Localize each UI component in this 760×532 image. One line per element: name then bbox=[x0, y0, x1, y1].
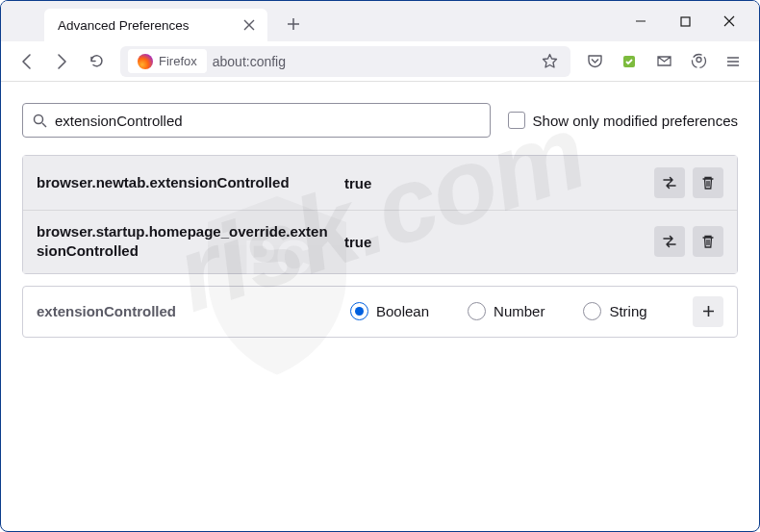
radio-number[interactable]: Number bbox=[468, 302, 545, 320]
tab-title: Advanced Preferences bbox=[58, 18, 241, 33]
pref-value: true bbox=[344, 234, 645, 250]
modified-only-label: Show only modified preferences bbox=[533, 113, 738, 129]
type-radio-group: Boolean Number String bbox=[344, 302, 683, 320]
url-bar[interactable]: Firefox about:config bbox=[120, 46, 570, 77]
pref-search-box[interactable] bbox=[22, 103, 491, 138]
url-text: about:config bbox=[213, 54, 530, 69]
radio-icon bbox=[583, 302, 601, 320]
content-area: Show only modified preferences browser.n… bbox=[1, 82, 759, 359]
preferences-table: browser.newtab.extensionControlled true … bbox=[22, 155, 738, 274]
radio-icon bbox=[350, 302, 368, 320]
close-tab-icon[interactable] bbox=[241, 16, 258, 34]
new-pref-row: extensionControlled Boolean Number Strin… bbox=[22, 286, 738, 338]
window-controls bbox=[619, 1, 751, 41]
radio-icon bbox=[468, 302, 486, 320]
toggle-button[interactable] bbox=[654, 226, 685, 257]
modified-only-toggle[interactable]: Show only modified preferences bbox=[508, 112, 738, 129]
pref-value: true bbox=[344, 175, 645, 191]
radio-boolean[interactable]: Boolean bbox=[350, 302, 429, 320]
maximize-button[interactable] bbox=[663, 1, 707, 41]
navigation-bar: Firefox about:config bbox=[1, 41, 759, 82]
new-tab-button[interactable] bbox=[279, 10, 308, 38]
titlebar: Advanced Preferences bbox=[1, 1, 759, 41]
browser-tab[interactable]: Advanced Preferences bbox=[44, 9, 267, 41]
delete-button[interactable] bbox=[693, 226, 723, 257]
pref-name: browser.startup.homepage_override.extens… bbox=[37, 222, 335, 262]
delete-button[interactable] bbox=[693, 167, 723, 198]
identity-label: Firefox bbox=[159, 54, 197, 68]
identity-box[interactable]: Firefox bbox=[128, 49, 207, 73]
svg-rect-0 bbox=[681, 17, 690, 26]
add-pref-button[interactable] bbox=[693, 296, 723, 327]
forward-button[interactable] bbox=[45, 45, 78, 78]
radio-string[interactable]: String bbox=[583, 302, 646, 320]
firefox-icon bbox=[138, 54, 153, 69]
new-pref-name: extensionControlled bbox=[37, 303, 335, 319]
menu-button[interactable] bbox=[717, 45, 749, 78]
close-window-button[interactable] bbox=[707, 1, 751, 41]
pref-row[interactable]: browser.startup.homepage_override.extens… bbox=[23, 211, 737, 273]
minimize-button[interactable] bbox=[619, 1, 663, 41]
mail-icon[interactable] bbox=[647, 45, 680, 78]
toggle-button[interactable] bbox=[654, 167, 685, 198]
bookmark-star-icon[interactable] bbox=[536, 48, 563, 75]
extension-icon[interactable] bbox=[613, 45, 646, 78]
pocket-icon[interactable] bbox=[578, 45, 611, 78]
pref-name: browser.newtab.extensionControlled bbox=[37, 173, 335, 192]
svg-point-3 bbox=[697, 58, 701, 63]
account-icon[interactable] bbox=[682, 45, 715, 78]
svg-point-2 bbox=[692, 55, 705, 68]
pref-row[interactable]: browser.newtab.extensionControlled true bbox=[23, 156, 737, 211]
reload-button[interactable] bbox=[80, 45, 113, 78]
search-icon bbox=[33, 114, 47, 128]
checkbox-icon[interactable] bbox=[508, 112, 525, 129]
back-button[interactable] bbox=[11, 45, 43, 78]
svg-point-4 bbox=[35, 114, 43, 123]
pref-search-input[interactable] bbox=[55, 113, 480, 129]
